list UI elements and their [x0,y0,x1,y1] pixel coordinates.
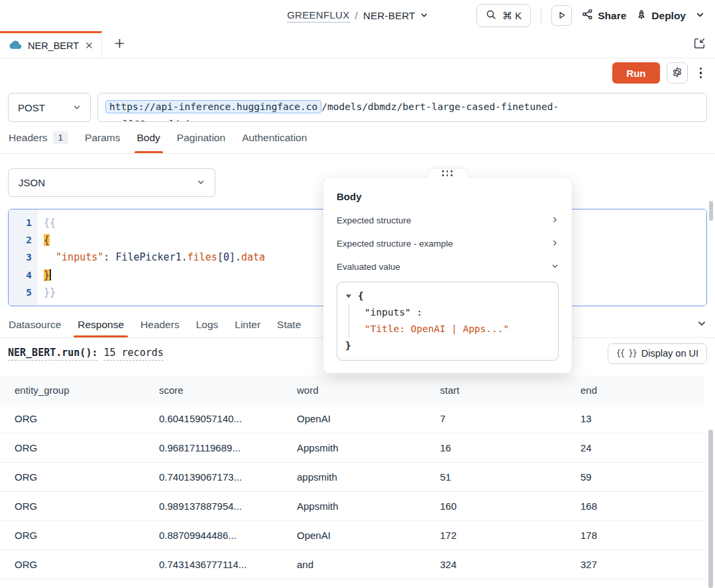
table-row: ORG 0.7431436777114... and 324 327 [0,550,704,579]
preview-button[interactable] [551,5,572,26]
line-number: 2 [9,231,32,249]
popup-title: Body [337,191,559,202]
response-call-label[interactable]: NER_BERT.run(): [8,347,97,361]
tab-linter-label: Linter [235,319,260,331]
method-value: POST [18,102,45,113]
breadcrumb-separator: / [355,10,358,21]
method-select[interactable]: POST [8,93,91,122]
collapse-editor-button[interactable] [693,31,715,58]
column-header-end: end [566,384,704,396]
share-button[interactable]: Share [582,9,626,23]
deploy-menu-chevron[interactable] [696,10,704,21]
tab-body[interactable]: Body [137,122,160,153]
run-button[interactable]: Run [612,62,659,84]
url-input[interactable]: https://api-inference.huggingface.co/mod… [97,93,707,122]
tab-state[interactable]: State [277,312,301,337]
tab-response-label: Response [78,319,124,331]
search-icon [486,9,496,22]
response-table: entity_group score word start end ORG 0.… [0,375,704,579]
cell-score: 0.604159057140... [144,413,282,424]
expected-structure-example-row[interactable]: Expected structure - example [337,232,559,255]
cell-start: 16 [425,442,566,453]
tab-response-headers-label: Headers [140,319,180,331]
chevron-down-icon [197,177,205,188]
cell-score: 0.989137887954... [144,500,282,512]
request-row: POST https://api-inference.huggingface.c… [0,93,715,122]
close-tab-icon[interactable] [85,42,93,49]
tab-headers[interactable]: Headers 1 [9,122,68,153]
deploy-button[interactable]: Deploy [636,9,686,23]
cell-start: 160 [425,500,566,512]
workspace-link[interactable]: GREENFLUX [287,9,349,23]
tab-response[interactable]: Response [78,312,124,337]
tab-label: NER_BERT [28,40,79,51]
query-toolbar: Run [0,58,715,88]
eval-open-brace: { [358,288,364,304]
cell-entity-group: ORG [0,471,144,483]
chevron-down-icon [420,10,428,21]
collapse-response-pane-button[interactable] [697,319,706,330]
collapse-node-toggle[interactable]: { [345,288,550,304]
evaluated-value-label: Evaluated value [337,262,400,272]
plus-icon [115,38,125,50]
line-number-gutter: 1 2 3 4 5 [9,209,38,306]
editor-tab-ner-bert[interactable]: NER_BERT [0,31,102,58]
cloud-icon [9,40,23,52]
cell-score: 0.7431436777114... [144,559,282,570]
chevron-right-icon [551,215,559,225]
add-tab-button[interactable] [102,31,137,58]
more-options-button[interactable] [694,64,708,83]
cell-word: Appsmith [282,500,425,512]
cell-entity-group: ORG [0,500,144,512]
cell-entity-group: ORG [0,559,144,570]
app-name-menu[interactable]: NER-BERT [363,10,428,21]
cell-end: 168 [566,500,704,512]
eval-key: "inputs" : [364,304,550,321]
play-icon [558,10,566,21]
display-on-ui-button[interactable]: {{ }} Display on UI [608,343,707,364]
search-shortcut-label: ⌘ K [502,10,522,22]
evaluated-value-box: { "inputs" : "Title: OpenAI | Apps..." } [337,282,559,361]
popup-drag-handle[interactable] [429,169,467,178]
headers-count-badge: 1 [53,131,69,144]
tab-linter[interactable]: Linter [235,312,260,337]
tab-response-headers[interactable]: Headers [140,312,180,337]
expected-structure-row[interactable]: Expected structure [337,209,559,232]
line-number: 1 [9,214,32,231]
tab-pagination[interactable]: Pagination [177,122,225,153]
tab-state-label: State [277,319,301,331]
settings-button[interactable] [667,62,688,84]
table-row: ORG 0.968171119689... Appsmith 16 24 [0,434,704,463]
line-number: 5 [9,284,32,301]
tab-params[interactable]: Params [85,122,120,153]
cell-start: 51 [425,471,566,483]
column-header-entity-group: entity_group [0,384,144,396]
header-divider [541,7,541,25]
tab-datasource[interactable]: Datasource [9,312,61,337]
expected-structure-example-label: Expected structure - example [337,239,453,249]
editor-scrollbar-thumb[interactable] [709,201,713,221]
line-number: 4 [9,266,32,284]
evaluated-value-row[interactable]: Evaluated value [337,255,559,278]
tab-logs[interactable]: Logs [196,312,219,337]
response-record-count[interactable]: 15 records [103,347,163,361]
eval-object-body: "inputs" : "Title: OpenAI | Apps..." [349,304,550,337]
omnibar-search[interactable]: ⌘ K [476,4,531,27]
column-header-score: score [144,384,282,396]
tab-authentication[interactable]: Authentication [242,122,307,153]
tab-body-label: Body [137,132,160,144]
cell-start: 324 [425,559,566,570]
drag-dots-icon [442,170,453,178]
body-type-select[interactable]: JSON [8,168,215,197]
editor-tab-bar: NER_BERT [0,31,715,58]
tab-params-label: Params [85,132,120,144]
cell-end: 13 [566,413,704,424]
cell-entity-group: ORG [0,530,144,541]
body-type-value: JSON [19,177,45,188]
table-scrollbar-thumb[interactable] [708,430,713,588]
cell-word: OpenAI [282,530,425,541]
triangle-down-icon [345,288,352,304]
rocket-icon [636,9,647,23]
expected-structure-label: Expected structure [337,215,412,225]
cell-end: 178 [566,530,704,541]
